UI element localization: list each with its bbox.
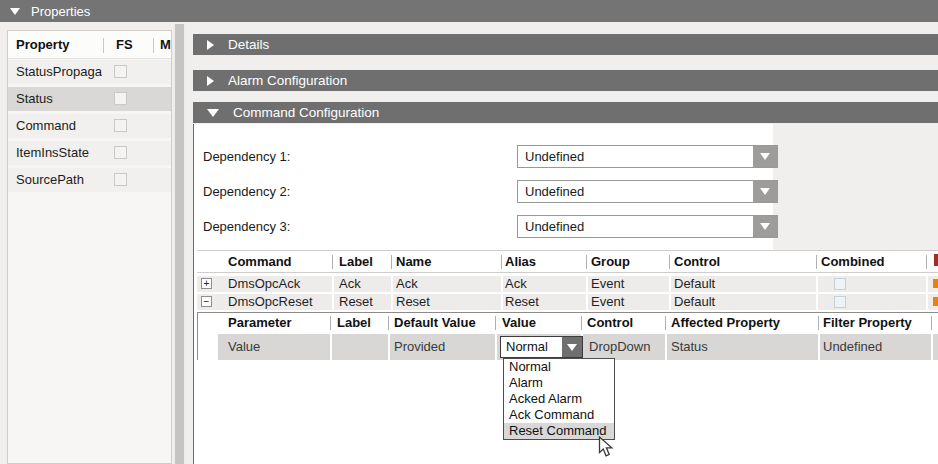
combobox-value: Undefined xyxy=(525,146,584,167)
col-value[interactable]: Value xyxy=(502,313,536,333)
cell-label: Ack xyxy=(339,276,361,292)
dependency-2-label: Dependency 2: xyxy=(203,180,290,203)
combined-checkbox[interactable] xyxy=(834,278,846,290)
option-alarm[interactable]: Alarm xyxy=(504,375,614,391)
column-header-fs[interactable]: FS xyxy=(116,31,133,59)
command-row-dmsopcreset[interactable]: − DmsOpcReset Reset Reset Reset Event De… xyxy=(197,294,938,310)
collapse-row-icon[interactable]: − xyxy=(201,296,212,307)
column-divider[interactable] xyxy=(581,316,582,330)
section-label: Command Configuration xyxy=(233,105,379,120)
dropdown-button[interactable] xyxy=(753,146,777,167)
table-top-border xyxy=(197,250,938,251)
dependency-3-label: Dependency 3: xyxy=(203,215,290,238)
col-control[interactable]: Control xyxy=(674,252,720,272)
section-collapsed-icon xyxy=(207,76,214,86)
clipped-column-icon xyxy=(934,254,938,266)
cell-control: Default xyxy=(674,276,715,292)
section-label: Details xyxy=(228,37,269,52)
cell-parameter: Value xyxy=(228,334,260,360)
cell-control: DropDown xyxy=(589,334,650,360)
dropdown-button[interactable] xyxy=(753,181,777,202)
column-divider[interactable] xyxy=(153,38,154,53)
column-divider[interactable] xyxy=(586,255,587,269)
vertical-scrollbar[interactable] xyxy=(173,24,186,464)
col-group[interactable]: Group xyxy=(591,252,630,272)
col-parameter[interactable]: Parameter xyxy=(228,313,292,333)
column-divider[interactable] xyxy=(931,316,932,330)
mouse-cursor-icon xyxy=(598,436,615,463)
col-command[interactable]: Command xyxy=(228,252,292,272)
fs-checkbox[interactable] xyxy=(114,92,127,105)
collapse-panel-icon xyxy=(10,8,20,15)
option-acked-alarm[interactable]: Acked Alarm xyxy=(504,391,614,407)
cell-name: Ack xyxy=(396,276,418,292)
column-divider[interactable] xyxy=(332,255,333,269)
properties-header[interactable]: Properties xyxy=(0,0,938,22)
dependency-1-label: Dependency 1: xyxy=(203,145,290,168)
col-label[interactable]: Label xyxy=(337,313,371,333)
property-row-statuspropagation[interactable]: StatusPropaga xyxy=(8,60,171,84)
col-label[interactable]: Label xyxy=(339,252,373,272)
section-collapsed-icon xyxy=(207,40,214,50)
fs-checkbox[interactable] xyxy=(114,173,127,186)
property-row-iteminsstate[interactable]: ItemInsState xyxy=(8,141,171,165)
dependency-2-combobox[interactable]: Undefined xyxy=(517,180,778,203)
property-row-command[interactable]: Command xyxy=(8,114,171,138)
value-combobox[interactable]: Normal xyxy=(500,336,583,358)
section-header-alarm-configuration[interactable]: Alarm Configuration xyxy=(193,70,938,91)
column-divider[interactable] xyxy=(103,38,104,53)
column-header-m[interactable]: M xyxy=(160,31,171,59)
dropdown-button[interactable] xyxy=(562,337,582,357)
cell-alias: Ack xyxy=(505,276,527,292)
column-divider[interactable] xyxy=(665,316,666,330)
col-alias[interactable]: Alias xyxy=(505,252,536,272)
section-expanded-icon xyxy=(207,109,219,117)
column-divider[interactable] xyxy=(926,255,927,269)
option-ack-command[interactable]: Ack Command xyxy=(504,407,614,423)
scrollbar-thumb[interactable] xyxy=(175,24,184,464)
dependency-1-combobox[interactable]: Undefined xyxy=(517,145,778,168)
column-divider[interactable] xyxy=(669,255,670,269)
property-row-status[interactable]: Status xyxy=(8,87,171,111)
parameter-row-value[interactable]: Value Provided Normal DropDown Status Un… xyxy=(218,334,938,360)
column-divider[interactable] xyxy=(330,316,331,330)
section-header-details[interactable]: Details xyxy=(193,34,938,55)
section-header-command-configuration[interactable]: Command Configuration xyxy=(193,102,938,123)
fs-checkbox[interactable] xyxy=(114,146,127,159)
panel-title: Properties xyxy=(31,4,90,19)
column-divider[interactable] xyxy=(391,255,392,269)
col-affected-property[interactable]: Affected Property xyxy=(671,313,780,333)
dependency-3-combobox[interactable]: Undefined xyxy=(517,215,778,238)
column-divider[interactable] xyxy=(388,316,389,330)
property-row-sourcepath[interactable]: SourcePath xyxy=(8,168,171,192)
column-divider[interactable] xyxy=(816,255,817,269)
chevron-down-icon xyxy=(760,188,770,195)
fs-checkbox[interactable] xyxy=(114,119,127,132)
command-configuration-panel: Dependency 1: Undefined Dependency 2: Un… xyxy=(193,124,938,464)
column-divider[interactable] xyxy=(501,255,502,269)
col-filter-property[interactable]: Filter Property xyxy=(823,313,912,333)
cell-name: Reset xyxy=(396,294,430,310)
chevron-down-icon xyxy=(760,153,770,160)
command-row-dmsopcack[interactable]: + DmsOpcAck Ack Ack Ack Event Default xyxy=(197,276,938,292)
col-control[interactable]: Control xyxy=(587,313,633,333)
expand-row-icon[interactable]: + xyxy=(201,278,212,289)
combined-checkbox[interactable] xyxy=(834,296,846,308)
col-name[interactable]: Name xyxy=(396,252,431,272)
col-default-value[interactable]: Default Value xyxy=(394,313,476,333)
column-divider[interactable] xyxy=(495,316,496,330)
dropdown-button[interactable] xyxy=(753,216,777,237)
cell-alias: Reset xyxy=(505,294,539,310)
cell-group: Event xyxy=(591,276,624,292)
column-header-property[interactable]: Property xyxy=(16,31,69,59)
option-normal[interactable]: Normal xyxy=(504,359,614,375)
chevron-down-icon xyxy=(760,223,770,230)
property-list: Property FS M StatusPropaga Status Comma… xyxy=(7,30,172,464)
clipped-column-icon xyxy=(933,297,938,306)
column-divider[interactable] xyxy=(818,316,819,330)
cell-group: Event xyxy=(591,294,624,310)
cell-default-value: Provided xyxy=(394,334,445,360)
fs-checkbox[interactable] xyxy=(114,65,127,78)
col-combined[interactable]: Combined xyxy=(821,252,885,272)
section-label: Alarm Configuration xyxy=(228,73,347,88)
